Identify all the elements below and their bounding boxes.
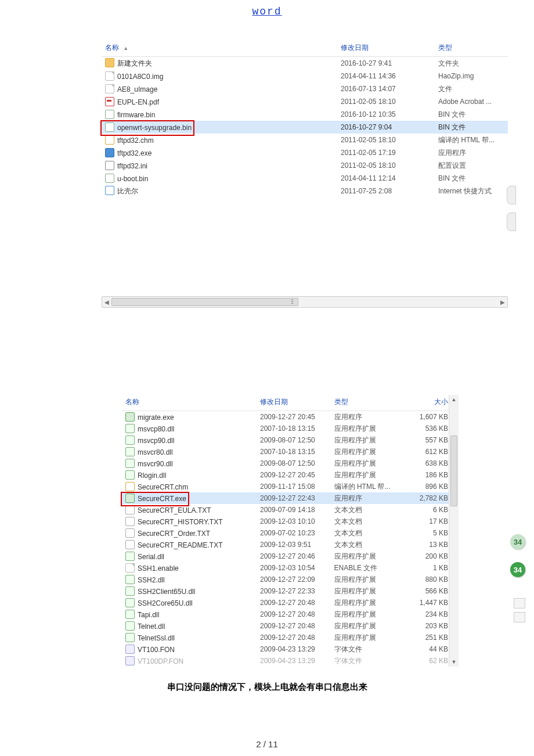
file-type: 应用程序扩展 (331, 458, 398, 469)
pdf-icon (105, 97, 114, 106)
scroll-right-icon[interactable]: ▶ (498, 299, 507, 305)
file-date: 2016-10-12 10:35 (337, 108, 435, 121)
file-type: 配置设置 (435, 159, 508, 172)
table-row[interactable]: SSH2Core65U.dll2009-12-27 20:48应用程序扩展1,4… (122, 597, 459, 609)
table-row[interactable]: firmware.bin2016-10-12 10:35BIN 文件 (102, 108, 508, 121)
col-type-header[interactable]: 类型 (435, 41, 508, 57)
file-date: 2011-02-05 18:10 (337, 134, 435, 146)
table-row[interactable]: tftpd32.exe2011-02-05 17:19应用程序 (102, 146, 508, 159)
table-row[interactable]: SecureCRT_EULA.TXT2009-07-09 14:18文本文档6 … (122, 504, 459, 516)
scroll-left-icon[interactable]: ◀ (102, 299, 111, 305)
col-date-header[interactable]: 修改日期 (337, 41, 435, 57)
file-name: tftpd32.exe (117, 149, 151, 157)
table-row[interactable]: msvcp90.dll2009-08-07 12:50应用程序扩展557 KB (122, 434, 459, 446)
file-date: 2007-10-18 13:15 (257, 423, 331, 434)
col-name-label-2: 名称 (125, 398, 139, 406)
table-row[interactable]: VT100.FON2009-04-23 13:29字体文件44 KB (122, 643, 459, 655)
table-row[interactable]: u-boot.bin2014-04-11 12:14BIN 文件 (102, 172, 508, 185)
table-row[interactable]: SSH2.dll2009-12-27 22:09应用程序扩展880 KB (122, 574, 459, 585)
file-name: SSH1.enable (138, 564, 179, 573)
file-name: SSH2Core65U.dll (138, 599, 193, 607)
table-row[interactable]: Serial.dll2009-12-27 20:46应用程序扩展200 KB (122, 550, 459, 562)
table-row[interactable]: msvcr80.dll2007-10-18 13:15应用程序扩展612 KB (122, 446, 459, 458)
table-row[interactable]: tftpd32.chm2011-02-05 18:10编译的 HTML 帮... (102, 134, 508, 146)
file-name: msvcp90.dll (138, 437, 174, 445)
table-row[interactable]: 比壳尔2011-07-25 2:08Internet 快捷方式 (102, 185, 508, 197)
file-type: Adobe Acrobat ... (435, 95, 508, 108)
table-row[interactable]: TelnetSsl.dll2009-12-27 20:48应用程序扩展251 K… (122, 632, 459, 643)
file-name: tftpd32.chm (117, 136, 154, 145)
table-row[interactable]: EUPL-EN.pdf2011-02-05 18:10Adobe Acrobat… (102, 95, 508, 108)
table-row[interactable]: migrate.exe2009-12-27 20:45应用程序1,607 KB (122, 411, 459, 423)
file-name: 0101A8C0.img (117, 73, 163, 81)
file-type: 应用程序扩展 (331, 574, 398, 585)
table-row[interactable]: SecureCRT_Order.TXT2009-07-02 10:23文本文档5… (122, 527, 459, 539)
table-row[interactable]: 新建文件夹2016-10-27 9:41文件夹 (102, 57, 508, 70)
file-date: 2009-11-17 15:08 (257, 481, 331, 492)
table-row[interactable]: SecureCRT_README.TXT2009-12-03 9:51文本文档1… (122, 539, 459, 550)
file-name: 比壳尔 (117, 187, 138, 195)
table-row[interactable]: SSH2Client65U.dll2009-12-27 22:33应用程序扩展5… (122, 585, 459, 597)
table-row[interactable]: openwrt-sysupgrade.bin2016-10-27 9:04BIN… (102, 121, 508, 134)
file-date: 2009-12-27 22:33 (257, 585, 331, 597)
dll-icon (125, 598, 135, 607)
file-name: TelnetSsl.dll (138, 634, 175, 642)
scroll-down-icon[interactable]: ▼ (449, 657, 459, 667)
table-row[interactable]: SSH1.enable2009-12-03 10:54ENABLE 文件1 KB (122, 562, 459, 574)
file-date: 2014-04-11 12:14 (337, 172, 435, 185)
folder-icon (105, 58, 114, 67)
knob-icon (507, 213, 516, 231)
dll-icon (125, 610, 135, 619)
table-row[interactable]: tftpd32.ini2011-02-05 18:10配置设置 (102, 159, 508, 172)
file-date: 2016-10-27 9:04 (337, 121, 435, 134)
table-row[interactable]: VT100DP.FON2009-04-23 13:29字体文件62 KB (122, 655, 459, 667)
file-name: SecureCRT.exe (138, 495, 186, 503)
ini-icon (105, 161, 114, 170)
col-date-header-2[interactable]: 修改日期 (257, 395, 331, 411)
file-name: openwrt-sysupgrade.bin (117, 124, 192, 132)
font-icon (125, 656, 135, 665)
knob-icon (507, 186, 516, 204)
dll-icon (125, 575, 135, 584)
file-name: SecureCRT_README.TXT (138, 541, 222, 549)
col-name-header[interactable]: 名称 ▲ (102, 41, 337, 57)
file-name: msvcr90.dll (138, 460, 173, 468)
table-row[interactable]: Tapi.dll2009-12-27 20:48应用程序扩展234 KB (122, 609, 459, 620)
col-type-header-2[interactable]: 类型 (331, 395, 398, 411)
table-row[interactable]: AE8_uImage2016-07-13 14:07文件 (102, 82, 508, 95)
dll-icon (125, 633, 135, 642)
table-row[interactable]: SecureCRT.chm2009-11-17 15:08编译的 HTML 帮.… (122, 481, 459, 492)
table-row[interactable]: SecureCRT_HISTORY.TXT2009-12-03 10:10文本文… (122, 516, 459, 527)
scroll-thumb-v[interactable] (450, 435, 457, 506)
table-row[interactable]: SecureCRT.exe2009-12-27 22:43应用程序2,782 K… (122, 492, 459, 504)
file-type: BIN 文件 (435, 108, 508, 121)
top-word-link[interactable]: word (0, 6, 534, 17)
file-name: SecureCRT_HISTORY.TXT (138, 518, 223, 526)
file-icon (105, 71, 114, 81)
horizontal-scrollbar[interactable]: ◀ ▶ (102, 296, 508, 308)
dll-icon (125, 424, 135, 433)
table-row[interactable]: msvcp80.dll2007-10-18 13:15应用程序扩展536 KB (122, 423, 459, 434)
file-name: EUPL-EN.pdf (117, 98, 159, 106)
file-type: 字体文件 (331, 643, 398, 655)
step-badge-34a: 34 (510, 534, 525, 549)
vertical-scrollbar[interactable]: ▲ ▼ (449, 395, 459, 667)
table-row[interactable]: Rlogin.dll2009-12-27 20:45应用程序扩展186 KB (122, 469, 459, 481)
file-type: 文本文档 (331, 504, 398, 516)
file-name: migrate.exe (138, 413, 174, 422)
file-date: 2009-12-27 22:43 (257, 492, 331, 504)
chm-icon (105, 135, 114, 145)
file-icon (125, 563, 135, 573)
table-row[interactable]: msvcr90.dll2009-08-07 12:50应用程序扩展638 KB (122, 458, 459, 469)
table-row[interactable]: Telnet.dll2009-12-27 20:48应用程序扩展203 KB (122, 620, 459, 632)
step-badge-34b: 34 (510, 562, 525, 577)
file-name: VT100DP.FON (138, 657, 183, 665)
dll-icon (125, 552, 135, 561)
scroll-track[interactable] (111, 297, 498, 307)
bin-icon (105, 174, 114, 183)
scroll-up-icon[interactable]: ▲ (449, 395, 459, 404)
table-row[interactable]: 0101A8C0.img2014-04-11 14:36HaoZip.img (102, 70, 508, 82)
col-name-header-2[interactable]: 名称 (122, 395, 257, 411)
dll-icon (125, 470, 135, 480)
scroll-thumb[interactable] (111, 298, 298, 306)
